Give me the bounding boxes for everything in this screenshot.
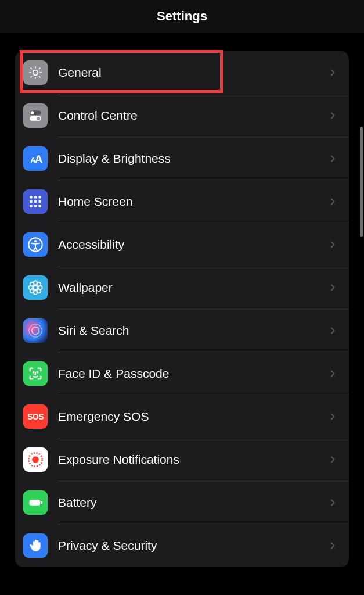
row-label: Accessibility	[58, 238, 328, 252]
svg-point-28	[32, 327, 39, 335]
header: Settings	[0, 0, 364, 33]
svg-rect-13	[30, 205, 32, 207]
chevron-right-icon	[328, 111, 337, 120]
chevron-right-icon	[328, 154, 337, 163]
row-label: Siri & Search	[58, 324, 328, 338]
svg-point-4	[37, 117, 40, 120]
settings-row-siri-search[interactable]: Siri & Search	[15, 309, 349, 352]
chevron-right-icon	[328, 240, 337, 249]
battery-icon	[23, 490, 48, 515]
settings-row-battery[interactable]: Battery	[15, 481, 349, 524]
svg-point-30	[37, 372, 38, 372]
settings-row-wallpaper[interactable]: Wallpaper	[15, 266, 349, 309]
row-label: Emergency SOS	[58, 410, 328, 424]
settings-row-exposure-notifications[interactable]: Exposure Notifications	[15, 438, 349, 481]
svg-rect-9	[38, 196, 41, 198]
chevron-right-icon	[328, 283, 337, 292]
svg-rect-8	[34, 196, 37, 198]
row-label: General	[58, 66, 328, 80]
settings-row-privacy-security[interactable]: Privacy & Security	[15, 524, 349, 567]
settings-row-accessibility[interactable]: Accessibility	[15, 223, 349, 266]
toggles-icon	[23, 103, 48, 128]
svg-point-32	[32, 456, 39, 463]
svg-rect-12	[38, 200, 41, 203]
svg-rect-7	[30, 196, 32, 198]
face-id-icon	[23, 361, 48, 386]
page-title: Settings	[157, 9, 207, 24]
chevron-right-icon	[328, 326, 337, 335]
svg-rect-33	[30, 500, 41, 505]
row-label: Privacy & Security	[58, 539, 328, 553]
svg-point-2	[31, 111, 34, 114]
svg-point-18	[34, 286, 38, 290]
svg-rect-10	[30, 200, 32, 203]
svg-rect-14	[34, 205, 37, 207]
settings-row-general[interactable]: General	[15, 51, 349, 94]
row-label: Wallpaper	[58, 281, 328, 295]
svg-point-29	[33, 372, 34, 372]
svg-text:A: A	[35, 153, 42, 165]
settings-list: General Control Centre A A Display & Bri…	[15, 51, 349, 567]
row-label: Home Screen	[58, 195, 328, 209]
settings-row-emergency-sos[interactable]: SOS Emergency SOS	[15, 395, 349, 438]
svg-rect-11	[34, 200, 37, 203]
chevron-right-icon	[328, 369, 337, 378]
scroll-indicator[interactable]	[360, 127, 363, 237]
svg-point-27	[29, 324, 42, 338]
svg-point-17	[34, 240, 37, 242]
row-label: Display & Brightness	[58, 152, 328, 166]
chevron-right-icon	[328, 541, 337, 550]
chevron-right-icon	[328, 68, 337, 77]
exposure-icon	[23, 447, 48, 472]
svg-point-0	[33, 70, 38, 76]
sos-icon: SOS	[23, 404, 48, 429]
row-label: Control Centre	[58, 109, 328, 123]
chevron-right-icon	[328, 455, 337, 464]
settings-row-display-brightness[interactable]: A A Display & Brightness	[15, 137, 349, 180]
svg-rect-15	[38, 205, 41, 207]
flower-icon	[23, 275, 48, 300]
chevron-right-icon	[328, 197, 337, 206]
settings-row-home-screen[interactable]: Home Screen	[15, 180, 349, 223]
home-grid-icon	[23, 189, 48, 214]
row-label: Exposure Notifications	[58, 453, 328, 467]
chevron-right-icon	[328, 498, 337, 507]
accessibility-icon	[23, 232, 48, 257]
settings-row-face-id-passcode[interactable]: Face ID & Passcode	[15, 352, 349, 395]
siri-icon	[23, 318, 48, 343]
row-label: Face ID & Passcode	[58, 367, 328, 381]
svg-rect-34	[41, 501, 42, 504]
settings-row-control-centre[interactable]: Control Centre	[15, 94, 349, 137]
text-size-icon: A A	[23, 146, 48, 171]
gear-icon	[23, 60, 48, 85]
hand-icon	[23, 533, 48, 558]
row-label: Battery	[58, 496, 328, 510]
chevron-right-icon	[328, 412, 337, 421]
